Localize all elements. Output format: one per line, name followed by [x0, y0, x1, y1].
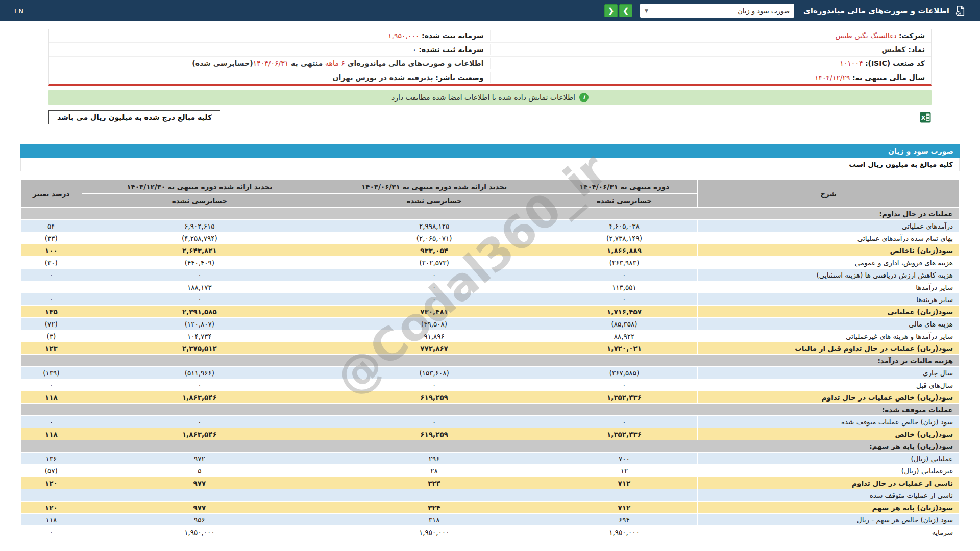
section-label: هزینه مالیات بر درآمد:: [21, 355, 960, 367]
next-report-button[interactable]: ❯: [619, 4, 632, 17]
value-cell: ۷۰۰: [551, 453, 698, 465]
section-divider: [0, 134, 980, 134]
value-cell: ۶,۹۰۲,۶۱۵: [82, 220, 317, 232]
row-label: بهای تمام شده درآمدهای عملیاتی: [697, 232, 959, 244]
table-row: ناشی از عملیات در حال تداوم۷۱۲۳۲۴۹۷۷۱۲۰: [21, 477, 960, 489]
value-cell: ۹۳۳,۰۵۴: [317, 244, 551, 257]
top-navigation-bar: اطلاعات و صورت‌های مالی میاندوره‌ای صورت…: [0, 0, 980, 21]
value-cell: ۹۱,۸۹۶: [317, 330, 551, 342]
language-switch-link[interactable]: EN: [14, 7, 23, 15]
section-label: عملیات متوقف شده:: [21, 404, 960, 416]
table-row: ناشی از عملیات متوقف شده: [21, 489, 960, 502]
info-icon: i: [579, 93, 589, 102]
value-cell: ۷۱۲: [551, 477, 698, 489]
value-cell: (۴۴۰,۴۰۹): [82, 257, 317, 269]
table-row: سود (زیان) خالص عملیات متوقف شده۰۰۰۰: [21, 416, 960, 428]
value-cell: ۹۷۷: [82, 502, 317, 514]
statement-table-header: شرح دوره منتهی به ۱۴۰۴/۰۶/۳۱ تجدید ارائه…: [21, 180, 960, 208]
value-cell: (۲۶۳,۹۸۳): [551, 257, 698, 269]
company-info-cell: وضعیت ناشر: پذیرفته شده در بورس تهران: [49, 72, 490, 83]
value-cell: ۱,۷۱۶,۴۵۷: [551, 306, 698, 318]
change-percent-cell: (۱۳۹): [21, 367, 82, 379]
company-info-row: نماد: کطبسسرمایه ثبت نشده: ۰: [49, 43, 931, 57]
value-cell: ۰: [317, 416, 551, 428]
value-cell: ۳۲۴: [317, 477, 551, 489]
value-cell: ۰: [317, 379, 551, 391]
value-cell: ۵: [82, 465, 317, 477]
value-cell: ۶۹۴: [551, 514, 698, 526]
profit-loss-statement-section: صورت سود و زیان کلیه مبالغ به میلیون ریا…: [20, 144, 960, 538]
change-percent-cell: [21, 489, 82, 502]
change-percent-cell: (۳): [21, 330, 82, 342]
amounts-unit-note: کلیه مبالغ درج شده به میلیون ریال می باش…: [48, 110, 220, 124]
section-label: سود(زیان) پایه هر سهم:: [21, 440, 960, 453]
table-row: سایر درآمدها و هزینه های غیرعملیاتی۸۸,۹۲…: [21, 330, 960, 342]
value-cell: ۱۸۸,۱۷۳: [82, 281, 317, 293]
section-row: سود(زیان) پایه هر سهم:: [21, 440, 960, 453]
value-cell: (۱۵۳,۶۰۸): [317, 367, 551, 379]
value-cell: ۳۲۴: [317, 502, 551, 514]
change-percent-cell: ۰: [21, 293, 82, 306]
row-label: سال جاری: [697, 367, 959, 379]
audit-status-period-3: حسابرسی نشده: [82, 194, 317, 208]
column-header-change-percent: درصد تغییر: [21, 180, 82, 208]
change-percent-cell: ۰: [21, 269, 82, 281]
value-cell: ۰: [317, 281, 551, 293]
change-percent-cell: ۰: [21, 526, 82, 538]
value-cell: ۱۱۳,۵۵۱: [551, 281, 698, 293]
value-cell: ۰: [82, 269, 317, 281]
value-cell: ۱,۳۵۲,۴۳۶: [551, 391, 698, 404]
company-info-row: کد صنعت (ISIC): ۱۰۱۰۰۴اطلاعات و صورت‌های…: [49, 57, 931, 70]
section-row: هزینه مالیات بر درآمد:: [21, 355, 960, 367]
table-row: بهای تمام شده درآمدهای عملیاتی(۲,۷۳۸,۱۴۹…: [21, 232, 960, 244]
value-cell: ۷۳۰,۴۸۱: [317, 306, 551, 318]
report-type-select[interactable]: صورت سود و زیان ▼: [640, 4, 794, 18]
topbar-right-group: اطلاعات و صورت‌های مالی میاندوره‌ای صورت…: [604, 4, 966, 18]
value-cell: ۰: [551, 416, 698, 428]
table-row: سود(زیان) عملیاتی۱,۷۱۶,۴۵۷۷۳۰,۴۸۱۲,۳۹۱,۵…: [21, 306, 960, 318]
table-row: سال جاری(۳۶۷,۵۸۵)(۱۵۳,۶۰۸)(۵۱۱,۹۶۶)(۱۳۹): [21, 367, 960, 379]
table-row: سود(زیان) عملیات در حال تداوم قبل از مال…: [21, 342, 960, 355]
change-percent-cell: ۱۲۰: [21, 477, 82, 489]
table-row: سرمایه۱,۹۵۰,۰۰۰۱,۹۵۰,۰۰۰۱,۹۵۰,۰۰۰۰: [21, 526, 960, 538]
signature-match-text: اطلاعات نمایش داده شده با اطلاعات امضا ش…: [391, 93, 575, 102]
value-cell: ۲۸: [317, 465, 551, 477]
previous-report-button[interactable]: ❮: [604, 4, 618, 17]
company-info-cell: سرمایه ثبت نشده: ۰: [49, 44, 490, 55]
column-header-description: شرح: [697, 180, 959, 208]
statement-table: شرح دوره منتهی به ۱۴۰۴/۰۶/۳۱ تجدید ارائه…: [20, 180, 960, 538]
table-row: سود (زیان) خالص هر سهم - ریال۶۹۴۳۱۸۹۵۶۱۱…: [21, 514, 960, 526]
row-label: سایر هزینه‌ها: [697, 293, 959, 306]
financial-report-icon: [954, 5, 966, 16]
value-cell: ۱,۷۲۰,۰۲۱: [551, 342, 698, 355]
excel-export-icon[interactable]: X: [919, 111, 932, 123]
value-cell: ۰: [82, 293, 317, 306]
column-header-period-3: تجدید ارائه شده دوره منتهی به ۱۴۰۳/۱۲/۳۰: [82, 180, 317, 194]
row-label: سود(زیان) پایه هر سهم: [697, 502, 959, 514]
statement-title-bar: صورت سود و زیان: [20, 144, 960, 158]
change-percent-cell: ۱۳۵: [21, 306, 82, 318]
value-cell: ۲۹۶: [317, 453, 551, 465]
company-info-cell: نماد: کطبس: [490, 44, 932, 55]
value-cell: ۰: [551, 293, 698, 306]
value-cell: (۴۹,۵۰۸): [317, 318, 551, 330]
value-cell: ۲,۹۹۸,۱۲۵: [317, 220, 551, 232]
change-percent-cell: ۱۳۶: [21, 453, 82, 465]
svg-text:X: X: [921, 115, 926, 121]
row-label: ناشی از عملیات متوقف شده: [697, 489, 959, 502]
change-percent-cell: ۵۴: [21, 220, 82, 232]
section-label: عملیات در حال تداوم:: [21, 208, 960, 220]
column-header-period-1: دوره منتهی به ۱۴۰۴/۰۶/۳۱: [551, 180, 698, 194]
change-percent-cell: ۱۱۸: [21, 428, 82, 440]
change-percent-cell: ۱۰۰: [21, 244, 82, 257]
change-percent-cell: ۰: [21, 416, 82, 428]
change-percent-cell: (۷۲): [21, 318, 82, 330]
value-cell: ۲,۳۷۵,۵۱۲: [82, 342, 317, 355]
row-label: هزینه های مالی: [697, 318, 959, 330]
row-label: سایر درآمدها: [697, 281, 959, 293]
change-percent-cell: (۵۷): [21, 465, 82, 477]
row-label: غیرعملیاتی (ریال): [697, 465, 959, 477]
section-row: عملیات متوقف شده:: [21, 404, 960, 416]
change-percent-cell: ۱۱۸: [21, 391, 82, 404]
value-cell: ۱,۸۶۳,۵۴۶: [82, 428, 317, 440]
